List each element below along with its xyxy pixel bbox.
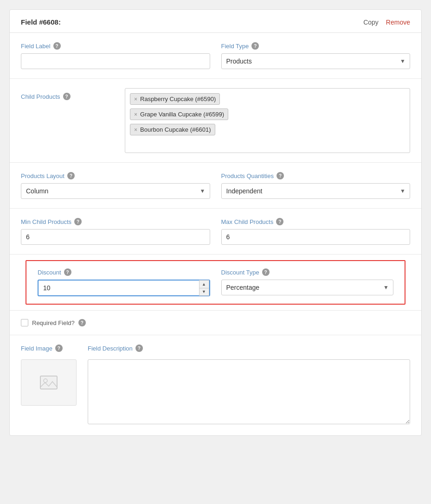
field-label-help-icon[interactable]: ? — [53, 42, 61, 50]
products-layout-select[interactable]: Column — [21, 183, 210, 199]
required-field-checkbox[interactable] — [21, 319, 28, 326]
required-field-label: Required Field? — [32, 319, 75, 326]
field-type-group: Field Type ? Products ▼ — [221, 42, 411, 69]
tag-grape: × Grape Vanilla Cupcake (#6599) — [130, 108, 228, 120]
discount-input-wrapper: ▲ ▼ — [38, 280, 210, 296]
discount-spinner: ▲ ▼ — [199, 280, 209, 296]
discount-type-group: Discount Type ? Percentage Fixed ▼ — [221, 268, 394, 296]
max-child-group: Max Child Products ? — [221, 218, 411, 245]
tag-raspberry: × Raspberry Cupcake (#6590) — [130, 93, 220, 105]
child-products-box[interactable]: × Raspberry Cupcake (#6590) × Grape Vani… — [125, 88, 410, 153]
products-quantities-label-row: Products Quantities ? — [221, 172, 411, 179]
discount-increment-button[interactable]: ▲ — [199, 280, 209, 288]
tag-bourbon-label: Bourbon Cupcake (#6601) — [140, 126, 211, 133]
field-label-type-row: Field Label ? Field Type ? Products ▼ — [21, 42, 410, 69]
field-image-col: Field Image ? — [21, 345, 77, 406]
field-type-label-row: Field Type ? — [221, 42, 411, 50]
field-image-label-row: Field Image ? — [21, 345, 77, 352]
field-type-select-wrapper: Products ▼ — [221, 53, 411, 69]
child-products-row: Child Products ? × Raspberry Cupcake (#6… — [21, 88, 410, 153]
min-child-label-row: Min Child Products ? — [21, 218, 210, 225]
products-layout-help-icon[interactable]: ? — [67, 172, 75, 179]
products-quantities-select-wrapper: Independent ▼ — [221, 183, 411, 199]
field-title: Field #6608: — [21, 18, 61, 26]
discount-type-select[interactable]: Percentage Fixed — [221, 280, 394, 295]
svg-rect-0 — [40, 376, 57, 389]
max-child-help-icon[interactable]: ? — [276, 218, 283, 225]
field-label-input[interactable] — [21, 53, 210, 69]
required-field-section: Required Field? ? — [10, 311, 421, 335]
tag-grape-label: Grape Vanilla Cupcake (#6599) — [140, 111, 224, 118]
field-type-label: Field Type — [221, 43, 249, 50]
products-quantities-select[interactable]: Independent — [221, 183, 411, 199]
image-placeholder-icon — [39, 374, 58, 391]
field-type-help-icon[interactable]: ? — [251, 42, 259, 50]
products-layout-select-wrapper: Column ▼ — [21, 183, 210, 199]
field-image-placeholder[interactable] — [21, 359, 77, 406]
min-max-section: Min Child Products ? Max Child Products … — [10, 209, 421, 255]
products-quantities-group: Products Quantities ? Independent ▼ — [221, 172, 411, 199]
products-layout-group: Products Layout ? Column ▼ — [21, 172, 210, 199]
field-card: Field #6608: Copy Remove Field Label ? F… — [9, 9, 422, 436]
min-child-group: Min Child Products ? — [21, 218, 210, 245]
bottom-section: Field Image ? Field Description ? — [10, 335, 421, 435]
max-child-label: Max Child Products — [221, 218, 274, 225]
field-label-group: Field Label ? — [21, 42, 210, 69]
field-description-label: Field Description — [88, 345, 133, 352]
max-child-label-row: Max Child Products ? — [221, 218, 411, 225]
field-label-label-row: Field Label ? — [21, 42, 210, 50]
discount-type-label: Discount Type — [221, 269, 259, 276]
field-label-label: Field Label — [21, 43, 51, 50]
tag-raspberry-label: Raspberry Cupcake (#6590) — [140, 96, 216, 102]
child-products-help-icon[interactable]: ? — [63, 93, 71, 100]
tag-raspberry-remove-icon[interactable]: × — [134, 96, 137, 102]
field-description-label-row: Field Description ? — [88, 345, 410, 352]
discount-type-select-wrapper: Percentage Fixed ▼ — [221, 280, 394, 295]
discount-type-help-icon[interactable]: ? — [262, 268, 270, 276]
min-max-row: Min Child Products ? Max Child Products … — [21, 218, 410, 245]
products-quantities-help-icon[interactable]: ? — [277, 172, 284, 179]
discount-group: Discount ? ▲ ▼ — [38, 268, 210, 296]
discount-help-icon[interactable]: ? — [64, 268, 71, 276]
tag-grape-remove-icon[interactable]: × — [134, 111, 137, 118]
products-layout-label-row: Products Layout ? — [21, 172, 210, 179]
field-type-select[interactable]: Products — [221, 53, 411, 69]
min-child-help-icon[interactable]: ? — [74, 218, 82, 225]
card-header: Field #6608: Copy Remove — [10, 10, 421, 32]
min-child-label: Min Child Products — [21, 218, 71, 225]
child-products-label-row: Child Products ? — [21, 93, 114, 100]
discount-type-label-row: Discount Type ? — [221, 268, 394, 276]
field-image-help-icon[interactable]: ? — [55, 345, 63, 352]
field-description-help-icon[interactable]: ? — [135, 345, 143, 352]
header-actions: Copy Remove — [363, 19, 410, 26]
copy-button[interactable]: Copy — [363, 19, 379, 26]
child-products-label-col: Child Products ? — [21, 88, 114, 104]
bottom-row: Field Image ? Field Description ? — [21, 345, 410, 424]
required-field-help-icon[interactable]: ? — [78, 319, 86, 326]
tag-bourbon: × Bourbon Cupcake (#6601) — [130, 124, 215, 135]
discount-label: Discount — [38, 269, 61, 276]
discount-decrement-button[interactable]: ▼ — [199, 288, 209, 296]
min-child-input[interactable] — [21, 229, 210, 245]
field-description-textarea[interactable] — [88, 359, 410, 424]
remove-button[interactable]: Remove — [386, 19, 410, 26]
discount-row: Discount ? ▲ ▼ Discount Type ? — [38, 268, 393, 296]
layout-quantities-row: Products Layout ? Column ▼ Products Quan… — [21, 172, 410, 199]
max-child-input[interactable] — [221, 229, 411, 245]
tag-bourbon-remove-icon[interactable]: × — [134, 127, 137, 133]
products-quantities-label: Products Quantities — [221, 172, 274, 179]
layout-quantities-section: Products Layout ? Column ▼ Products Quan… — [10, 163, 421, 209]
discount-section: Discount ? ▲ ▼ Discount Type ? — [26, 260, 405, 305]
discount-input[interactable] — [38, 280, 210, 296]
discount-label-row: Discount ? — [38, 268, 210, 276]
field-label-type-section: Field Label ? Field Type ? Products ▼ — [10, 33, 421, 79]
products-layout-label: Products Layout — [21, 172, 64, 179]
child-products-section: Child Products ? × Raspberry Cupcake (#6… — [10, 79, 421, 163]
field-image-label: Field Image — [21, 345, 52, 352]
discount-outer: Discount ? ▲ ▼ Discount Type ? — [10, 255, 421, 311]
field-description-col: Field Description ? — [88, 345, 410, 424]
child-products-label: Child Products — [21, 93, 60, 100]
